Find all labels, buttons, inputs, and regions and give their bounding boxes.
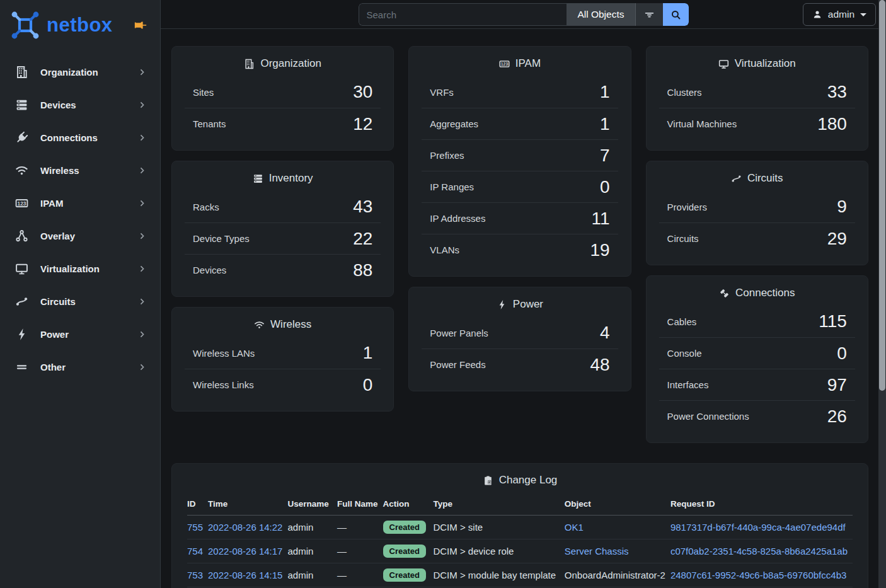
stat-row: Aggregates 1 — [422, 108, 618, 139]
changelog-request-id-link[interactable]: 9817317d-b67f-440a-99ca-4ae07ede94df — [670, 522, 846, 533]
stat-value: 43 — [353, 197, 372, 217]
stats-grid: Organization Sites 30 Tenants 12 — [171, 46, 868, 443]
sidebar-item-overlay[interactable]: Overlay — [0, 219, 160, 252]
stat-label: Cables — [667, 316, 697, 327]
stat-row: Device Types 22 — [185, 222, 381, 254]
wifi-icon — [15, 164, 28, 177]
circuits-card: Circuits Providers 9 Circuits 29 — [646, 161, 868, 265]
changelog-request-id-link[interactable]: 24807c61-9952-49c6-b8a5-69760bfcc4b3 — [670, 570, 846, 580]
search-input[interactable] — [359, 3, 567, 26]
search-group: All Objects — [359, 3, 689, 26]
sidebar-item-label: Other — [40, 362, 66, 372]
chevron-right-icon — [138, 199, 146, 207]
column-header-full-name: Full Name — [337, 495, 383, 516]
monitor-icon — [15, 262, 28, 275]
stat-label: Circuits — [667, 233, 699, 244]
card-title: Virtualization — [735, 57, 796, 70]
stat-value: 29 — [827, 229, 847, 249]
column-header-username: Username — [287, 495, 337, 516]
stat-label: Power Connections — [667, 411, 749, 422]
changelog-object-link[interactable]: OK1 — [565, 522, 584, 533]
organization-card: Organization Sites 30 Tenants 12 — [171, 46, 394, 151]
search-scope-button[interactable]: All Objects — [567, 3, 635, 26]
changelog-type: DCIM > site — [433, 516, 564, 539]
sidebar-item-label: Virtualization — [40, 263, 100, 274]
stats-column-3: Virtualization Clusters 33 Virtual Machi… — [646, 46, 868, 443]
stat-value: 1 — [600, 114, 610, 134]
graph-icon — [15, 229, 28, 243]
stat-row: Racks 43 — [185, 191, 381, 222]
card-title: IPAM — [515, 57, 541, 70]
sidebar-item-devices[interactable]: Devices — [0, 88, 160, 121]
stat-label: Devices — [193, 265, 226, 275]
filter-button[interactable] — [635, 3, 663, 26]
stat-label: Virtual Machines — [667, 118, 737, 129]
netbox-logo-icon[interactable] — [10, 10, 40, 40]
stat-value: 180 — [817, 114, 847, 134]
stat-label: Power Panels — [430, 328, 488, 338]
stat-label: Interfaces — [667, 379, 709, 390]
card-header: Virtualization — [647, 47, 868, 70]
lines-icon — [15, 360, 28, 374]
card-header: Wireless — [172, 308, 393, 331]
stat-value: 22 — [353, 229, 372, 249]
changelog-request-id-link[interactable]: c07f0ab2-2351-4c58-825a-8b6a2425a1ab — [670, 546, 848, 556]
sidebar-item-power[interactable]: Power — [0, 318, 160, 350]
changelog-time-link[interactable]: 2022-08-26 14:15 — [208, 570, 282, 580]
search-submit-button[interactable] — [663, 3, 689, 26]
changelog-full-name: — — [337, 563, 383, 587]
changelog-time-link[interactable]: 2022-08-26 14:17 — [208, 546, 282, 556]
card-header: 123 IPAM — [409, 47, 630, 70]
sidebar-nav: Organization Devices — [0, 55, 160, 383]
sidebar-item-ipam[interactable]: 123 IPAM — [0, 187, 160, 219]
stat-row: Wireless Links 0 — [185, 369, 381, 400]
changelog-id-link[interactable]: 754 — [187, 546, 203, 556]
building-icon — [244, 59, 255, 69]
scrollbar-thumb[interactable] — [879, 0, 885, 391]
column-header-object: Object — [565, 495, 670, 516]
stat-row: Providers 9 — [659, 191, 855, 222]
pin-sidebar-icon[interactable] — [134, 18, 147, 32]
sidebar-item-virtualization[interactable]: Virtualization — [0, 252, 160, 285]
sidebar-item-other[interactable]: Other — [0, 350, 160, 383]
sidebar-item-connections[interactable]: Connections — [0, 121, 160, 154]
inventory-card: Inventory Racks 43 Device Types 22 Devic… — [171, 161, 394, 297]
user-label: admin — [828, 9, 854, 20]
sidebar-item-label: Wireless — [40, 165, 79, 176]
user-menu-button[interactable]: admin — [803, 3, 876, 26]
chevron-right-icon — [138, 232, 146, 240]
sidebar-item-label: Overlay — [40, 231, 75, 241]
stats-column-2: 123 IPAM VRFs 1 Aggregates 1 Pref — [408, 46, 631, 391]
sidebar-item-label: Devices — [40, 100, 76, 110]
card-header: Change Log — [187, 464, 853, 487]
plug-icon — [15, 131, 28, 144]
changelog-id-link[interactable]: 755 — [187, 522, 203, 533]
sidebar-item-wireless[interactable]: Wireless — [0, 154, 160, 187]
stat-row: Wireless LANs 1 — [185, 337, 381, 369]
column-header-time: Time — [208, 495, 287, 516]
stat-label: Racks — [193, 202, 219, 212]
sidebar-item-label: Power — [40, 329, 69, 340]
logo-wordmark[interactable]: netbox — [47, 14, 113, 37]
stat-value: 1 — [600, 82, 610, 102]
changelog-object-link[interactable]: Server Chassis — [565, 546, 629, 556]
sidebar-item-circuits[interactable]: Circuits — [0, 285, 160, 318]
table-row: 753 2022-08-26 14:15 admin — Created DCI… — [187, 563, 853, 587]
changelog-type: DCIM > device role — [433, 539, 564, 563]
lightning-icon — [15, 328, 28, 341]
stat-label: Providers — [667, 202, 707, 212]
column-header-type: Type — [433, 495, 564, 516]
stat-row: Power Connections 26 — [659, 400, 855, 432]
card-title: Power — [513, 298, 543, 311]
stat-value: 26 — [827, 406, 847, 427]
sidebar-item-organization[interactable]: Organization — [0, 55, 160, 88]
server-rack-icon — [15, 98, 28, 112]
column-header-request-id: Request ID — [670, 495, 853, 516]
status-badge: Created — [383, 545, 426, 558]
stat-value: 30 — [353, 82, 372, 102]
changelog-id-link[interactable]: 753 — [187, 570, 203, 580]
chevron-right-icon — [138, 68, 146, 76]
card-title: Organization — [260, 57, 321, 70]
scrollbar-track[interactable] — [878, 0, 886, 588]
changelog-time-link[interactable]: 2022-08-26 14:22 — [208, 522, 282, 533]
